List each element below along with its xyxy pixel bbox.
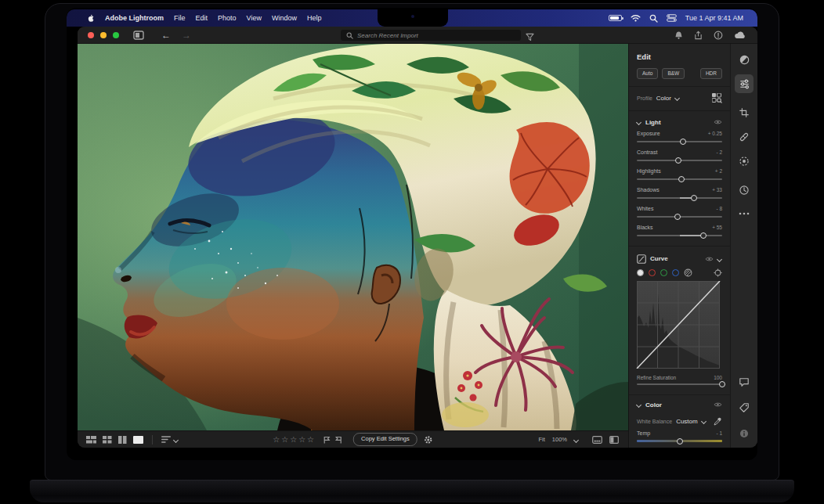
profile-browser-icon[interactable] (712, 93, 722, 103)
edit-panel: Edit Auto B&W HDR Profile Color (628, 44, 730, 448)
slider-knob[interactable] (678, 176, 685, 182)
slider-value: + 2 (715, 168, 722, 174)
chevron-down-icon[interactable] (675, 95, 680, 100)
menu-item-view[interactable]: View (247, 14, 262, 22)
slider-track[interactable] (637, 194, 722, 201)
mosaic-view-button[interactable] (86, 436, 96, 444)
zoom-level[interactable]: 100% (552, 436, 567, 443)
forward-arrow-button[interactable]: → (182, 30, 191, 41)
grid-view-button[interactable] (103, 436, 112, 444)
masking-icon[interactable] (735, 152, 754, 171)
slider-knob[interactable] (677, 438, 683, 445)
sync-status-icon[interactable] (714, 31, 723, 40)
grid-view-toggle-icon[interactable] (133, 31, 144, 40)
slider-track[interactable] (637, 175, 722, 182)
eyedropper-icon[interactable] (714, 417, 722, 426)
auto-button[interactable]: Auto (637, 68, 658, 79)
battery-icon[interactable] (609, 15, 622, 21)
collapse-chevron-icon[interactable] (637, 120, 641, 124)
detail-view-button[interactable] (133, 436, 143, 444)
search-input[interactable]: Search Recent Import (341, 30, 521, 41)
reject-flag-button[interactable] (335, 436, 342, 444)
slider-track[interactable] (637, 138, 722, 145)
channel-blue-button[interactable] (672, 269, 679, 276)
slider-track[interactable] (637, 437, 722, 445)
crop-icon[interactable] (735, 103, 754, 122)
slider-track[interactable] (637, 157, 722, 164)
more-options-icon[interactable] (735, 204, 754, 223)
slider-track[interactable] (637, 232, 722, 239)
versions-clock-icon[interactable] (735, 181, 754, 200)
slider-knob[interactable] (680, 139, 686, 145)
apple-logo-icon[interactable] (86, 14, 95, 23)
tone-curve-graph[interactable] (635, 281, 721, 369)
back-arrow-button[interactable]: ← (161, 30, 171, 41)
channel-red-button[interactable] (649, 269, 656, 276)
slider-label: Blacks (637, 225, 653, 230)
curve-section-title[interactable]: Curve (650, 255, 668, 262)
channel-all-button[interactable] (637, 269, 644, 276)
slider-knob[interactable] (719, 381, 725, 387)
slider-knob[interactable] (674, 214, 681, 220)
menu-app-name[interactable]: Adobe Lightroom (105, 14, 164, 22)
minimize-button[interactable] (100, 32, 107, 38)
divider (629, 394, 730, 395)
light-section-title[interactable]: Light (645, 119, 661, 126)
edit-sliders-icon[interactable] (735, 74, 754, 93)
keywords-tag-icon[interactable] (735, 398, 754, 417)
zoom-chevron-icon[interactable] (574, 437, 579, 442)
hdr-button[interactable]: HDR (700, 68, 722, 79)
profile-value[interactable]: Color (656, 95, 671, 102)
eye-visibility-icon[interactable] (714, 119, 722, 125)
menu-item-help[interactable]: Help (307, 14, 322, 22)
collapse-chevron-icon[interactable] (637, 402, 641, 407)
healing-icon[interactable] (735, 128, 754, 146)
menu-item-edit[interactable]: Edit (196, 14, 208, 22)
copy-edit-settings-button[interactable]: Copy Edit Settings (353, 433, 417, 446)
channel-mixer-button[interactable] (684, 268, 692, 277)
slider-knob[interactable] (675, 157, 681, 164)
sort-order-button[interactable] (161, 436, 179, 443)
menu-item-window[interactable]: Window (272, 14, 297, 22)
curve-channel-row (637, 268, 722, 277)
slider-knob[interactable] (700, 232, 707, 239)
spotlight-search-icon[interactable] (649, 14, 658, 23)
portrait-photo (78, 44, 628, 430)
menu-item-photo[interactable]: Photo (218, 14, 237, 22)
close-button[interactable] (88, 32, 94, 38)
color-section-title[interactable]: Color (645, 401, 662, 409)
photo-canvas[interactable] (78, 44, 628, 430)
comments-icon[interactable] (735, 373, 754, 391)
cloud-icon[interactable] (734, 31, 746, 39)
settings-gear-icon[interactable] (424, 435, 433, 445)
channel-green-button[interactable] (660, 269, 667, 276)
control-center-icon[interactable] (667, 14, 677, 22)
white-balance-value[interactable]: Custom (676, 418, 698, 425)
eye-visibility-icon[interactable] (705, 256, 714, 262)
eye-visibility-icon[interactable] (714, 401, 722, 408)
presets-icon[interactable] (735, 50, 754, 69)
info-icon[interactable] (735, 424, 754, 443)
fit-label[interactable]: Fit (538, 436, 544, 443)
pick-flag-button[interactable] (323, 436, 331, 444)
slider-track[interactable] (637, 213, 722, 220)
slider-label: Temp (637, 430, 650, 436)
before-after-icon[interactable] (609, 436, 619, 444)
menu-bar-clock[interactable]: Tue 1 Apr 9:41 AM (685, 14, 743, 22)
notifications-bell-icon[interactable] (674, 31, 683, 40)
share-icon[interactable] (694, 31, 703, 40)
refine-saturation-slider[interactable] (637, 380, 722, 387)
collapse-chevron-icon[interactable] (717, 257, 722, 261)
bw-button[interactable]: B&W (662, 68, 685, 79)
compare-view-button[interactable] (118, 436, 127, 444)
star-rating[interactable]: ☆☆☆☆☆ (273, 436, 314, 444)
filmstrip-toggle-icon[interactable] (592, 436, 602, 444)
wifi-icon[interactable] (631, 14, 641, 22)
zoom-button[interactable] (113, 32, 119, 38)
slider-knob[interactable] (691, 195, 697, 201)
chevron-down-icon[interactable] (702, 419, 707, 423)
filter-icon[interactable] (526, 31, 534, 45)
point-curve-target-icon[interactable] (714, 268, 722, 277)
menu-item-file[interactable]: File (174, 14, 186, 22)
slider-label: Highlights (637, 168, 661, 174)
